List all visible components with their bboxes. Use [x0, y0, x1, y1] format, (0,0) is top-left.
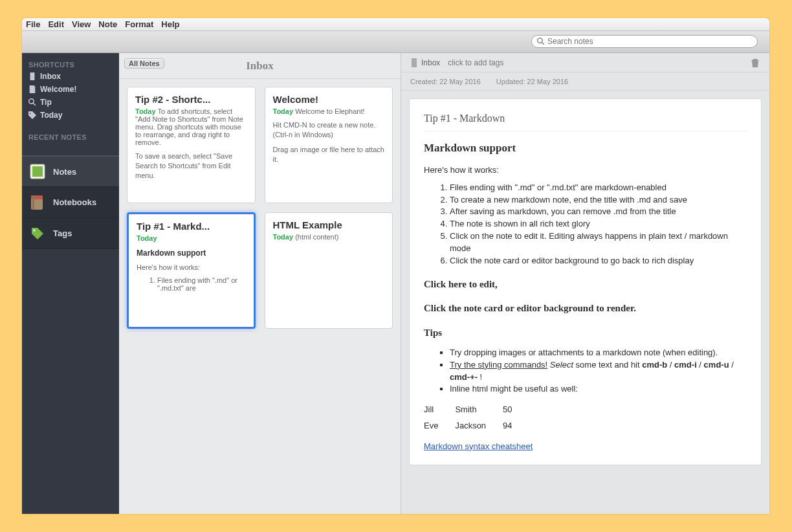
search-icon — [537, 38, 545, 45]
menu-format[interactable]: Format — [125, 19, 153, 29]
shortcuts-header: SHORTCUTS — [22, 58, 119, 70]
tag-icon — [28, 111, 36, 119]
notebooks-icon — [29, 194, 46, 211]
step-item: Files ending with ".md" or ".md.txt" are… — [450, 182, 747, 194]
notebook-pill[interactable]: Inbox — [410, 58, 440, 67]
menu-file[interactable]: File — [26, 19, 40, 29]
search-icon — [28, 98, 36, 106]
created-date: Created: 22 May 2016 — [410, 78, 481, 85]
card-title: Tip #1 - Markd... — [137, 221, 246, 232]
notebook-icon — [410, 58, 418, 67]
menu-help[interactable]: Help — [161, 19, 179, 29]
tip-item: Try the styling commands! Select some te… — [450, 359, 747, 384]
card-body: Drag an image or file here to attach it. — [273, 145, 385, 164]
card-date: Today — [273, 233, 294, 241]
menubar: File Edit View Note Format Help — [22, 18, 769, 31]
menu-view[interactable]: View — [72, 19, 91, 29]
note-heading: Markdown support — [424, 140, 747, 157]
all-notes-button[interactable]: All Notes — [124, 58, 164, 69]
shortcut-tip[interactable]: Tip — [22, 96, 119, 109]
example-table: JillSmith50 EveJackson94 — [424, 402, 529, 434]
cheatsheet-link[interactable]: Markdown syntax cheatsheet — [424, 441, 533, 451]
svg-rect-1 — [32, 166, 43, 177]
nav-notebooks[interactable]: Notebooks — [22, 187, 119, 218]
notebook-icon — [28, 72, 36, 80]
card-title: Welcome! — [273, 94, 385, 105]
note-list: All Notes Inbox Tip #2 - Shortc... Today… — [119, 53, 401, 514]
note-heading: Tips — [424, 326, 747, 340]
shortcut-today[interactable]: Today — [22, 109, 119, 122]
nav-label: Tags — [53, 228, 72, 238]
tip-item: Inline html might be useful as well: — [450, 383, 747, 395]
add-tags-hint[interactable]: click to add tags — [448, 58, 503, 67]
nav-notes[interactable]: Notes — [22, 156, 119, 187]
card-date: Today — [137, 234, 157, 242]
svg-rect-4 — [32, 195, 34, 210]
nav-label: Notes — [53, 167, 76, 177]
shortcut-welcome[interactable]: Welcome! — [22, 83, 119, 96]
note-title: Tip #1 - Markdown — [424, 111, 747, 131]
search-input[interactable] — [547, 37, 752, 46]
editor-pane: Inbox click to add tags Created: 22 May … — [401, 53, 769, 514]
menu-edit[interactable]: Edit — [48, 19, 64, 29]
card-body: (html content) — [295, 233, 338, 241]
menu-note[interactable]: Note — [98, 19, 117, 29]
trash-icon[interactable] — [750, 58, 760, 68]
card-body: Hit CMD-N to create a new note. (Ctrl-n … — [273, 120, 385, 140]
editor-background[interactable]: Tip #1 - Markdown Markdown support Here'… — [401, 91, 769, 514]
nav-tags[interactable]: Tags — [22, 218, 119, 249]
note-content[interactable]: Tip #1 - Markdown Markdown support Here'… — [409, 98, 762, 465]
tags-icon — [29, 225, 46, 242]
card-title: Tip #2 - Shortc... — [135, 94, 247, 105]
shortcut-label: Tip — [40, 98, 52, 107]
search-input-wrap[interactable] — [531, 35, 758, 48]
recent-notes-header: RECENT NOTES — [22, 131, 119, 142]
card-body: Here's how it works: — [137, 263, 246, 272]
notebook-name: Inbox — [421, 58, 440, 67]
card-date: Today — [273, 107, 294, 115]
notebook-title: Inbox — [246, 60, 274, 72]
step-item: Click on the note to edit it. Editing al… — [450, 230, 747, 255]
note-card[interactable]: Welcome! Today Welcome to Elephant! Hit … — [265, 87, 393, 203]
note-heading: Click the note card or editor background… — [424, 302, 747, 316]
nav-label: Notebooks — [53, 197, 96, 207]
toolbar — [22, 31, 769, 53]
shortcut-label: Welcome! — [40, 85, 76, 94]
sidebar: SHORTCUTS Inbox Welcome! Tip Today RECEN… — [22, 53, 119, 514]
app-window: File Edit View Note Format Help SHORTCUT… — [22, 18, 769, 514]
step-item: Click the note card or editor background… — [450, 255, 747, 267]
shortcut-label: Today — [40, 111, 62, 120]
updated-date: Updated: 22 May 2016 — [496, 78, 568, 85]
card-subheading: Markdown support — [137, 249, 246, 258]
note-heading: Click here to edit, — [424, 278, 747, 292]
note-card[interactable]: Tip #2 - Shortc... Today To add shortcut… — [127, 87, 256, 203]
tip-item: Try dropping images or attachments to a … — [450, 347, 747, 359]
card-title: HTML Example — [273, 219, 385, 230]
note-text: Here's how it works: — [424, 164, 747, 177]
step-item: After saving as markdown, you can remove… — [450, 206, 747, 218]
card-list-item: Files ending with ".md" or ".md.txt" are — [157, 276, 246, 292]
note-card[interactable]: HTML Example Today (html content) — [265, 212, 393, 329]
card-body: To save a search, select "Save Search to… — [135, 151, 247, 181]
shortcut-label: Inbox — [40, 72, 61, 81]
step-item: To create a new markdown note, end the t… — [450, 194, 747, 206]
svg-point-5 — [34, 229, 36, 231]
shortcut-inbox[interactable]: Inbox — [22, 70, 119, 83]
notes-icon — [29, 163, 46, 180]
note-icon — [28, 85, 36, 93]
note-card-selected[interactable]: Tip #1 - Markd... Today Markdown support… — [127, 212, 256, 329]
step-item: The note is shown in all rich text glory — [450, 218, 747, 230]
card-body: Welcome to Elephant! — [295, 107, 364, 115]
card-date: Today — [135, 107, 156, 115]
